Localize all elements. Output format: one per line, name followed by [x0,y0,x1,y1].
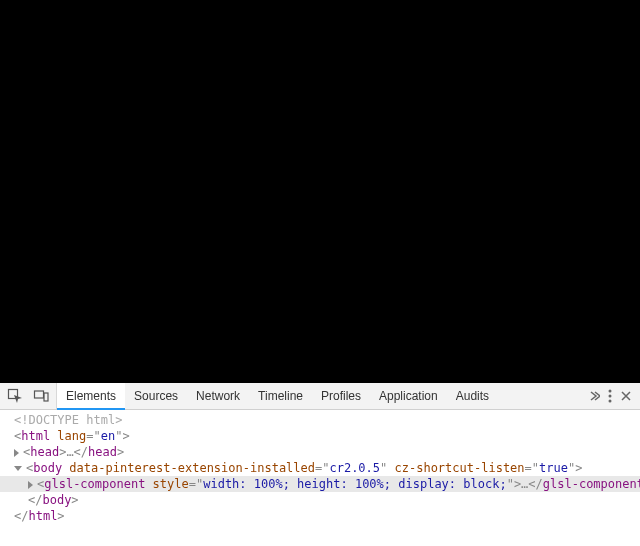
tab-application[interactable]: Application [370,383,447,409]
tag-name: head [88,445,117,459]
dom-html-close[interactable]: </html> [0,508,640,524]
punct: > [575,461,582,475]
tab-label: Elements [66,389,116,403]
attr-name: style [145,477,188,491]
overflow-tabs-icon[interactable] [588,390,600,402]
tab-network[interactable]: Network [187,383,249,409]
dom-doctype[interactable]: <!DOCTYPE html> [0,412,640,428]
dom-head[interactable]: <head>…</head> [0,444,640,460]
collapse-arrow-icon[interactable] [14,466,22,471]
tab-profiles[interactable]: Profiles [312,383,370,409]
attr-val: cr2.0.5 [329,461,380,475]
punct: </ [14,509,28,523]
ellipsis: … [66,445,73,459]
tag-name: glsl-component [543,477,640,491]
dom-glsl-component[interactable]: <glsl-component style="width: 100%; heig… [0,476,640,492]
tag-name: html [21,429,50,443]
devtools-panel: Elements Sources Network Timeline Profil… [0,383,640,546]
dom-html-open[interactable]: <html lang="en"> [0,428,640,444]
punct: </ [28,493,42,507]
expand-arrow-icon[interactable] [14,449,19,457]
punct: > [117,445,124,459]
punct: </ [528,477,542,491]
attr-val: en [101,429,115,443]
punct: </ [74,445,88,459]
svg-point-5 [609,400,612,403]
dom-body-close[interactable]: </body> [0,492,640,508]
tag-name: body [33,461,62,475]
tab-label: Sources [134,389,178,403]
devtools-toolbar: Elements Sources Network Timeline Profil… [0,383,640,410]
expand-arrow-icon[interactable] [28,481,33,489]
attr-name: lang [50,429,86,443]
attr-name: data-pinterest-extension-installed [62,461,315,475]
punct: " [507,477,514,491]
svg-rect-1 [35,391,44,398]
toolbar-right-group [580,383,640,409]
svg-rect-2 [44,393,48,401]
dom-tree[interactable]: <!DOCTYPE html> <html lang="en"> <head>…… [0,410,640,546]
doctype-text: <!DOCTYPE html> [14,413,122,427]
tab-timeline[interactable]: Timeline [249,383,312,409]
tag-name: glsl-component [44,477,145,491]
inspect-element-icon[interactable] [6,387,24,405]
tab-sources[interactable]: Sources [125,383,187,409]
svg-point-4 [609,395,612,398]
tab-label: Network [196,389,240,403]
tag-name: head [30,445,59,459]
tab-label: Timeline [258,389,303,403]
punct: =" [86,429,100,443]
tab-label: Audits [456,389,489,403]
device-toolbar-icon[interactable] [32,387,50,405]
tab-label: Profiles [321,389,361,403]
punct: =" [189,477,203,491]
page-viewport [0,0,640,383]
devtools-tabs: Elements Sources Network Timeline Profil… [57,383,498,409]
punct: > [122,429,129,443]
tab-audits[interactable]: Audits [447,383,498,409]
tab-label: Application [379,389,438,403]
svg-point-3 [609,390,612,393]
dom-body-open[interactable]: <body data-pinterest-extension-installed… [0,460,640,476]
attr-val: width: 100%; height: 100%; display: bloc… [203,477,506,491]
attr-val: true [539,461,568,475]
toolbar-left-group [0,383,57,409]
punct: > [57,509,64,523]
attr-name: cz-shortcut-listen [387,461,524,475]
punct: > [71,493,78,507]
close-icon[interactable] [620,390,632,402]
punct: =" [315,461,329,475]
kebab-menu-icon[interactable] [608,389,612,403]
punct: =" [525,461,539,475]
tag-name: html [28,509,57,523]
tag-name: body [42,493,71,507]
tab-elements[interactable]: Elements [57,383,125,410]
